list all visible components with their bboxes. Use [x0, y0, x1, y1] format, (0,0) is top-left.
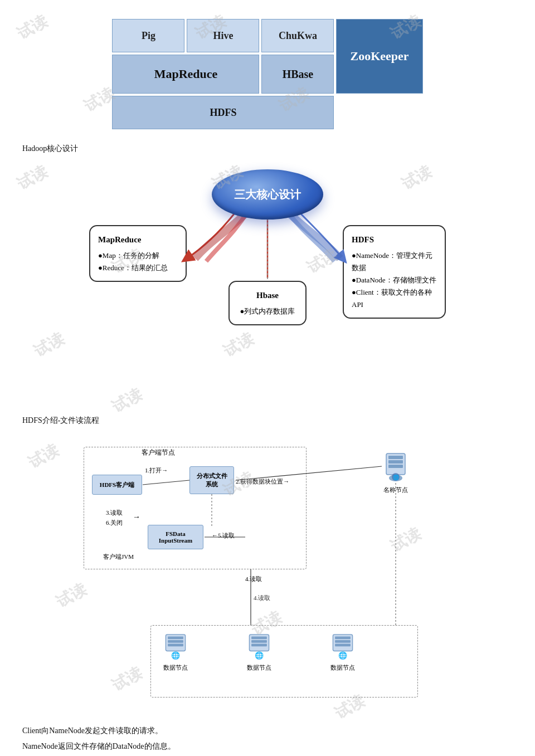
chukwa-cell: ChuKwa [261, 19, 334, 52]
svg-rect-21 [251, 637, 267, 640]
namenode-label: 名称节点 [382, 486, 410, 494]
datanode1-icon: 🌐 [162, 633, 189, 661]
client-area-label: 客户端节点 [139, 448, 177, 457]
step3-6-arrow: → [133, 513, 140, 521]
hdfs-read-diagram: 客户端节点 HDFS客户端 1.打开→ 分布式文件 系统 2.获得数据块位置→ … [72, 436, 463, 714]
step4-label: 4.读取 [245, 575, 262, 583]
hbase-cell: HBase [261, 55, 334, 94]
step2-label: 2.获得数据块位置→ [236, 477, 289, 486]
namenode-area: 🌐 名称节点 [382, 452, 410, 494]
step3-6-label: 3.读取6.关闭 [106, 508, 123, 528]
bottom-line1: Client向NameNode发起文件读取的请求。 [22, 723, 513, 739]
hive-cell: Hive [187, 19, 259, 52]
svg-text:🌐: 🌐 [338, 651, 348, 660]
core-design-section: 三大核心设计 [0, 158, 535, 409]
hdfs-read-section: 客户端节点 HDFS客户端 1.打开→ 分布式文件 系统 2.获得数据块位置→ … [0, 430, 535, 720]
hadoop-label: Hadoop核心设计 [0, 139, 535, 158]
svg-text:🌐: 🌐 [255, 651, 264, 660]
hdfs-cell: HDFS [112, 96, 334, 129]
svg-rect-16 [168, 637, 183, 640]
hdfs-client-node: HDFS客户端 [92, 475, 142, 495]
zookeeper-cell: ZooKeeper [336, 19, 422, 94]
svg-rect-3 [388, 460, 403, 464]
datanode3-area: 🌐 数据节点 [329, 633, 357, 672]
namenode-icon: 🌐 [382, 452, 410, 482]
hdfs-read-label: HDFS介绍-文件读流程 [0, 411, 535, 430]
step5-label: ←5.读取 [212, 531, 235, 540]
pig-cell: Pig [112, 19, 184, 52]
step1-label: 1.打开→ [145, 466, 168, 475]
hadoop-diagram-section: Pig Hive ChuKwa ZooKeeper MapReduce HBas… [0, 0, 535, 137]
svg-text:🌐: 🌐 [171, 651, 181, 660]
svg-rect-22 [251, 640, 267, 643]
client-jvm-label: 客户端JVM [103, 553, 134, 561]
svg-rect-2 [388, 456, 403, 459]
hadoop-table: Pig Hive ChuKwa ZooKeeper MapReduce HBas… [110, 17, 425, 131]
svg-rect-28 [335, 644, 351, 647]
bottom-line2: NameNode返回文件存储的DataNode的信息。 [22, 739, 513, 754]
svg-rect-4 [388, 465, 403, 468]
core-disc: 三大核心设计 [212, 169, 323, 220]
core-diagram: 三大核心设计 [89, 169, 446, 403]
svg-rect-27 [335, 640, 351, 643]
svg-text:4.读取: 4.读取 [254, 594, 270, 601]
datanode3-icon: 🌐 [329, 633, 357, 661]
mapreduce-cell: MapReduce [112, 55, 259, 94]
fsdata-node: FSDataInputStream [148, 525, 203, 549]
datanode1-label: 数据节点 [162, 664, 189, 672]
datanode-area-box [150, 625, 418, 698]
svg-rect-17 [168, 640, 183, 643]
datanode2-area: 🌐 数据节点 [245, 633, 273, 672]
svg-rect-26 [335, 637, 351, 640]
svg-text:🌐: 🌐 [393, 474, 400, 481]
bottom-text-section: Client向NameNode发起文件读取的请求。 NameNode返回文件存储… [0, 720, 535, 756]
datanode3-label: 数据节点 [329, 664, 357, 672]
svg-rect-18 [168, 644, 183, 647]
datanode1-area: 🌐 数据节点 [162, 633, 189, 672]
dist-fs-node: 分布式文件 系统 [189, 466, 234, 494]
svg-rect-23 [251, 644, 267, 647]
datanode2-label: 数据节点 [245, 664, 273, 672]
datanode2-icon: 🌐 [245, 633, 273, 661]
